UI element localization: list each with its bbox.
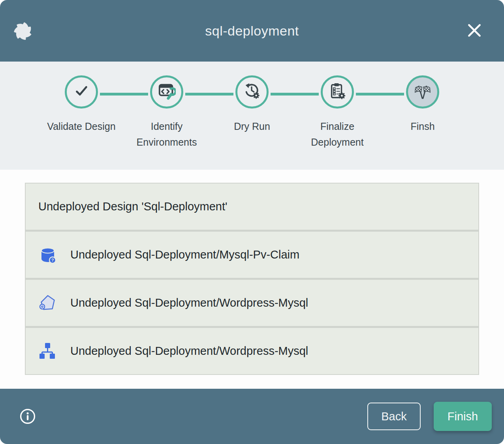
step-finish-circle[interactable] [406,75,439,109]
result-text: Undeployed Sql-Deployment/Wordpress-Mysq… [70,296,308,309]
result-list: Undeployed Design 'Sql-Deployment' ? Und… [25,183,479,375]
database-icon: ? [38,245,57,264]
deployment-wizard-dialog: sql-deployment Validate Design [0,0,504,444]
step-validate-design: Validate Design [39,75,124,150]
info-icon[interactable] [19,408,36,425]
step-label: Validate Design [47,118,115,134]
tree-icon [38,342,57,361]
finish-button[interactable]: Finish [434,402,492,431]
code-tools-icon [158,82,176,102]
dialog-title: sql-deployment [205,23,299,39]
result-row-pod: Undeployed Sql-Deployment/Wordpress-Mysq… [26,280,478,326]
step-dry-run: Dry Run [209,75,295,150]
deployment-results: Undeployed Design 'Sql-Deployment' ? Und… [0,183,504,375]
step-identify-environments: Identify Environments [124,75,209,150]
result-row-tree: Undeployed Sql-Deployment/Wordpress-Mysq… [26,328,478,374]
result-text: Undeployed Sql-Deployment/Mysql-Pv-Claim [70,248,299,261]
step-validate-design-circle[interactable] [65,75,98,109]
step-label: Finsh [410,118,434,134]
result-row-design: Undeployed Design 'Sql-Deployment' [26,184,478,230]
step-identify-environments-circle[interactable] [150,75,183,109]
dry-run-icon [243,82,261,102]
step-label: Dry Run [234,118,270,134]
checkered-flags-icon [414,82,432,102]
clipboard-gear-icon [328,82,346,102]
dialog-footer: Back Finish [0,389,504,444]
close-icon[interactable] [465,21,483,39]
back-button[interactable]: Back [367,403,421,430]
check-icon [72,82,90,102]
step-dry-run-circle[interactable] [235,75,269,109]
step-label: Identify Environments [132,118,201,150]
step-finalize-deployment-circle[interactable] [321,75,354,109]
meshery-logo-icon [13,20,33,42]
result-text: Undeployed Design 'Sql-Deployment' [38,200,228,213]
titlebar: sql-deployment [0,0,504,62]
step-finish: Finsh [380,75,465,150]
pod-icon [38,294,57,313]
result-text: Undeployed Sql-Deployment/Wordpress-Mysq… [70,345,308,358]
wizard-stepper: Validate Design Identify Environment [0,62,504,170]
svg-text:?: ? [51,258,54,262]
step-label: Finalize Deployment [303,118,372,150]
step-finalize-deployment: Finalize Deployment [295,75,380,150]
result-row-pv-claim: ? Undeployed Sql-Deployment/Mysql-Pv-Cla… [26,232,478,278]
